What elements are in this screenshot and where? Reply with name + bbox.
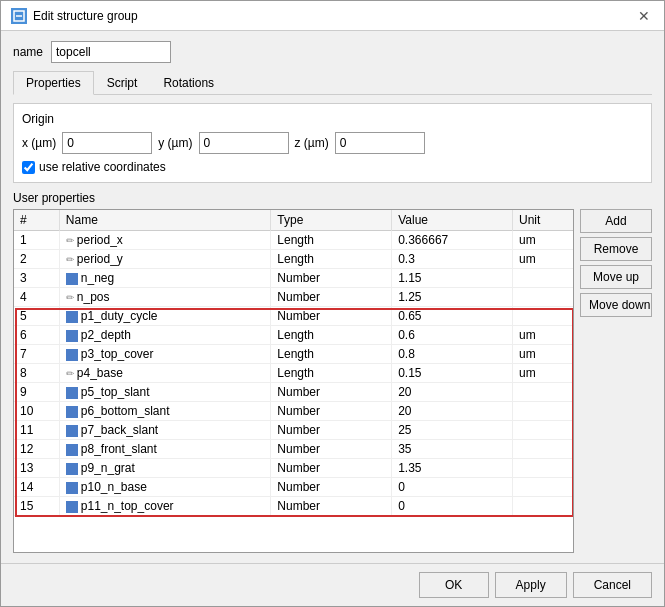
table-row[interactable]: 8✏p4_baseLength0.15um (14, 364, 573, 383)
svg-rect-3 (66, 311, 78, 323)
cell-num: 12 (14, 440, 59, 459)
move-down-button[interactable]: Move down (580, 293, 652, 317)
table-row[interactable]: 11p7_back_slantNumber25 (14, 421, 573, 440)
cell-value: 1.35 (392, 459, 513, 478)
close-button[interactable]: ✕ (634, 6, 654, 26)
remove-button[interactable]: Remove (580, 237, 652, 261)
x-input[interactable] (62, 132, 152, 154)
tabs-container: Properties Script Rotations (13, 71, 652, 95)
cell-unit (513, 421, 573, 440)
col-name: Name (59, 210, 271, 231)
x-label: x (µm) (22, 136, 56, 150)
z-input[interactable] (335, 132, 425, 154)
cell-unit (513, 402, 573, 421)
table-row[interactable]: 10p6_bottom_slantNumber20 (14, 402, 573, 421)
properties-table: # Name Type Value Unit 1✏period_xLength0… (14, 210, 573, 516)
add-button[interactable]: Add (580, 209, 652, 233)
cell-unit (513, 497, 573, 516)
origin-title: Origin (22, 112, 643, 126)
tab-rotations[interactable]: Rotations (150, 71, 227, 95)
origin-group: Origin x (µm) y (µm) z (µm) use relative… (13, 103, 652, 183)
apply-button[interactable]: Apply (495, 572, 567, 598)
table-row[interactable]: 15p11_n_top_coverNumber0 (14, 497, 573, 516)
cell-type: Length (271, 231, 392, 250)
cell-num: 3 (14, 269, 59, 288)
cell-unit: um (513, 250, 573, 269)
cell-type: Number (271, 421, 392, 440)
cancel-button[interactable]: Cancel (573, 572, 652, 598)
y-label: y (µm) (158, 136, 192, 150)
table-row[interactable]: 3n_negNumber1.15 (14, 269, 573, 288)
cell-name: p1_duty_cycle (59, 307, 271, 326)
cell-num: 5 (14, 307, 59, 326)
pencil-icon: ✏ (66, 233, 77, 247)
table-row[interactable]: 13p9_n_gratNumber1.35 (14, 459, 573, 478)
relative-coords-label: use relative coordinates (39, 160, 166, 174)
cell-name: ✏period_y (59, 250, 271, 269)
blue-rect-icon (66, 328, 81, 342)
tab-script[interactable]: Script (94, 71, 151, 95)
cell-type: Number (271, 440, 392, 459)
blue-rect-icon (66, 347, 81, 361)
cell-value: 0 (392, 478, 513, 497)
cell-num: 4 (14, 288, 59, 307)
cell-type: Number (271, 307, 392, 326)
table-row[interactable]: 14p10_n_baseNumber0 (14, 478, 573, 497)
blue-rect-icon (66, 442, 81, 456)
table-row[interactable]: 12p8_front_slantNumber35 (14, 440, 573, 459)
pencil-icon: ✏ (66, 366, 77, 380)
blue-rect-icon (66, 271, 81, 285)
dialog-footer: OK Apply Cancel (1, 563, 664, 606)
y-input[interactable] (199, 132, 289, 154)
table-row[interactable]: 2✏period_yLength0.3um (14, 250, 573, 269)
user-properties-section: User properties # Name Type Value Unit (13, 191, 652, 553)
dialog-title: Edit structure group (33, 9, 138, 23)
cell-value: 25 (392, 421, 513, 440)
name-input[interactable] (51, 41, 171, 63)
svg-rect-6 (66, 387, 78, 399)
table-row[interactable]: 1✏period_xLength0.366667um (14, 231, 573, 250)
svg-rect-4 (66, 330, 78, 342)
table-row[interactable]: 6p2_depthLength0.6um (14, 326, 573, 345)
tab-properties[interactable]: Properties (13, 71, 94, 95)
cell-unit (513, 288, 573, 307)
cell-type: Number (271, 478, 392, 497)
properties-table-container[interactable]: # Name Type Value Unit 1✏period_xLength0… (13, 209, 574, 553)
table-row[interactable]: 4✏n_posNumber1.25 (14, 288, 573, 307)
z-label: z (µm) (295, 136, 329, 150)
relative-coords-checkbox[interactable] (22, 161, 35, 174)
title-bar: Edit structure group ✕ (1, 1, 664, 31)
blue-rect-icon (66, 385, 81, 399)
blue-rect-icon (66, 309, 81, 323)
cell-name: p10_n_base (59, 478, 271, 497)
cell-type: Number (271, 459, 392, 478)
cell-value: 0.15 (392, 364, 513, 383)
blue-rect-icon (66, 461, 81, 475)
table-row[interactable]: 5p1_duty_cycleNumber0.65 (14, 307, 573, 326)
cell-unit (513, 440, 573, 459)
cell-name: p8_front_slant (59, 440, 271, 459)
blue-rect-icon (66, 404, 81, 418)
move-up-button[interactable]: Move up (580, 265, 652, 289)
cell-num: 11 (14, 421, 59, 440)
col-type: Type (271, 210, 392, 231)
name-label: name (13, 45, 43, 59)
svg-rect-9 (66, 444, 78, 456)
cell-value: 0.366667 (392, 231, 513, 250)
cell-name: p11_n_top_cover (59, 497, 271, 516)
table-row[interactable]: 7p3_top_coverLength0.8um (14, 345, 573, 364)
col-value: Value (392, 210, 513, 231)
svg-rect-10 (66, 463, 78, 475)
table-row[interactable]: 9p5_top_slantNumber20 (14, 383, 573, 402)
cell-name: p3_top_cover (59, 345, 271, 364)
cell-value: 1.25 (392, 288, 513, 307)
cell-unit (513, 383, 573, 402)
cell-unit: um (513, 345, 573, 364)
svg-rect-11 (66, 482, 78, 494)
svg-rect-2 (66, 273, 78, 285)
cell-value: 0.8 (392, 345, 513, 364)
cell-type: Number (271, 402, 392, 421)
pencil-icon: ✏ (66, 290, 77, 304)
cell-type: Number (271, 497, 392, 516)
ok-button[interactable]: OK (419, 572, 489, 598)
